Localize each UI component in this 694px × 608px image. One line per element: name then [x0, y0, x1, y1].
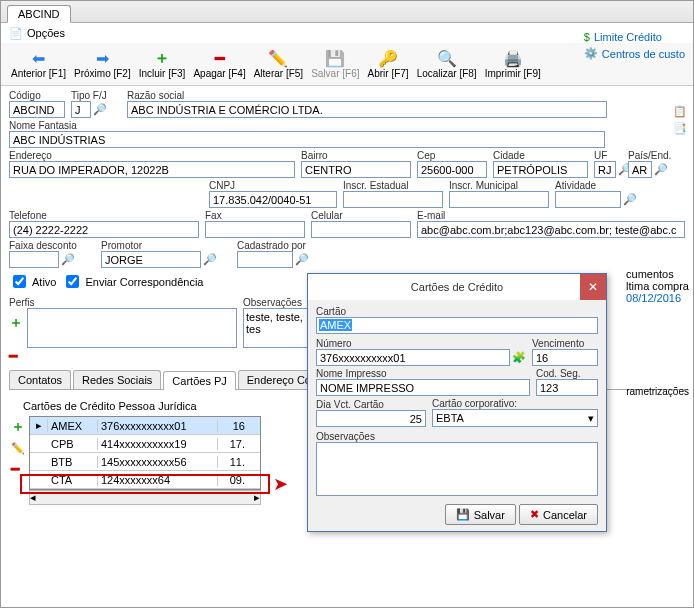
- corp-label: Cartão corporativo:: [432, 398, 598, 409]
- rametrizacoes-label: rametrizações: [626, 386, 689, 397]
- tab-redes[interactable]: Redes Sociais: [73, 370, 161, 389]
- bairro-input[interactable]: [301, 161, 411, 178]
- cards-grid[interactable]: ▸AMEX376xxxxxxxxxx0116 CPB414xxxxxxxxxx1…: [29, 416, 261, 490]
- cep-input[interactable]: [417, 161, 487, 178]
- pais-search-icon[interactable]: 🔎: [654, 163, 668, 176]
- razao-input[interactable]: [127, 101, 607, 118]
- fantasia-label: Nome Fantasia: [9, 120, 605, 131]
- perfil-add-icon[interactable]: ＋: [9, 314, 23, 332]
- next-button[interactable]: ➡Próximo [F2]: [70, 47, 135, 81]
- ultima-compra-value[interactable]: 08/12/2016: [626, 292, 689, 304]
- faixa-search-icon[interactable]: 🔎: [61, 253, 75, 266]
- ultima-compra-label: ltima compra: [626, 280, 689, 292]
- limite-credito-label: Limite Crédito: [594, 31, 662, 43]
- diavct-label: Dia Vct. Cartão: [316, 399, 426, 410]
- codseg-input[interactable]: [536, 379, 598, 396]
- tab-abcind[interactable]: ABCIND: [7, 5, 71, 23]
- email-input[interactable]: [417, 221, 685, 238]
- codigo-input[interactable]: [9, 101, 65, 118]
- floppy-icon: 💾: [326, 49, 344, 67]
- table-row: BTB145xxxxxxxxxx5611.: [30, 453, 260, 471]
- fantasia-input[interactable]: [9, 131, 605, 148]
- add-button[interactable]: ＋Incluir [F3]: [135, 47, 190, 81]
- atividade-input[interactable]: [555, 191, 621, 208]
- grid-edit-icon[interactable]: ✏️: [11, 442, 25, 455]
- floppy-icon: 💾: [456, 508, 470, 521]
- gear-icon: ⚙️: [584, 47, 598, 60]
- grid-scrollbar[interactable]: ◂▸: [29, 490, 261, 505]
- perfil-del-icon[interactable]: ━: [9, 348, 23, 364]
- search-icon: 🔍: [438, 49, 456, 67]
- cumentos-label: cumentos: [626, 268, 689, 280]
- open-button[interactable]: 🔑Abrir [F7]: [364, 47, 413, 81]
- cad-search-icon[interactable]: 🔎: [295, 253, 309, 266]
- table-row: CTA124xxxxxxx6409.: [30, 471, 260, 489]
- grid-add-icon[interactable]: ＋: [11, 418, 25, 436]
- table-row: CPB414xxxxxxxxxx1917.: [30, 435, 260, 453]
- atividade-label: Atividade: [555, 180, 645, 191]
- tab-contatos[interactable]: Contatos: [9, 370, 71, 389]
- save-button: 💾Salvar [F6]: [307, 47, 363, 81]
- pais-label: País/End.: [628, 150, 672, 161]
- prev-button[interactable]: ⬅Anterior [F1]: [7, 47, 70, 81]
- cnpj-input[interactable]: [209, 191, 337, 208]
- perfis-label: Perfis: [9, 297, 237, 308]
- print-button[interactable]: 🖨️Imprimir [F9]: [481, 47, 545, 81]
- arrow-left-icon: ⬅: [30, 49, 48, 67]
- cidade-input[interactable]: [493, 161, 588, 178]
- tipo-input[interactable]: [71, 101, 91, 118]
- telefone-input[interactable]: [9, 221, 199, 238]
- close-icon[interactable]: ✕: [580, 274, 606, 300]
- ie-input[interactable]: [343, 191, 443, 208]
- uf-input[interactable]: [594, 161, 616, 178]
- im-label: Inscr. Municipal: [449, 180, 549, 191]
- promotor-input[interactable]: [101, 251, 201, 268]
- ativo-checkbox[interactable]: Ativo: [9, 272, 56, 291]
- faixa-label: Faixa desconto: [9, 240, 95, 251]
- corp-select[interactable]: EBTA▾: [432, 409, 598, 427]
- promotor-label: Promotor: [101, 240, 231, 251]
- enviar-checkbox[interactable]: Enviar Correspondência: [62, 272, 203, 291]
- modal-cancel-button[interactable]: ✖Cancelar: [519, 504, 598, 525]
- fax-input[interactable]: [205, 221, 305, 238]
- ativ-search-icon[interactable]: 🔎: [623, 193, 637, 206]
- modal-save-button[interactable]: 💾Salvar: [445, 504, 516, 525]
- edit-button[interactable]: ✏️Alterar [F5]: [250, 47, 307, 81]
- numero-input[interactable]: [316, 349, 510, 366]
- find-button[interactable]: 🔍Localizar [F8]: [413, 47, 481, 81]
- grid-del-icon[interactable]: ━: [11, 461, 25, 477]
- modal-title: Cartões de Crédito ✕: [308, 274, 606, 300]
- telefone-label: Telefone: [9, 210, 199, 221]
- ativo-label: Ativo: [32, 276, 56, 288]
- card-search-icon[interactable]: 🧩: [512, 351, 526, 364]
- nomeimp-input[interactable]: [316, 379, 530, 396]
- menu-options[interactable]: Opções: [27, 27, 65, 39]
- celular-label: Celular: [311, 210, 411, 221]
- chevron-down-icon: ▾: [588, 412, 594, 425]
- endereco-label: Endereço: [9, 150, 295, 161]
- im-input[interactable]: [449, 191, 549, 208]
- codseg-label: Cod. Seg.: [536, 368, 598, 379]
- pais-input[interactable]: [628, 161, 652, 178]
- minus-icon: ━: [211, 49, 229, 67]
- venc-input[interactable]: [532, 349, 598, 366]
- tab-cartoes-pj[interactable]: Cartões PJ: [163, 371, 235, 390]
- centros-custo-link[interactable]: ⚙️Centros de custo: [584, 47, 685, 60]
- cartao-input[interactable]: AMEX: [316, 317, 598, 334]
- celular-input[interactable]: [311, 221, 411, 238]
- limite-credito-link[interactable]: $Limite Crédito: [584, 31, 662, 43]
- cadastrado-label: Cadastrado por: [237, 240, 327, 251]
- endereco-input[interactable]: [9, 161, 295, 178]
- cadastrado-input[interactable]: [237, 251, 293, 268]
- faixa-input[interactable]: [9, 251, 59, 268]
- perfis-list[interactable]: [27, 308, 237, 348]
- uf-label: UF: [594, 150, 622, 161]
- credit-card-modal: Cartões de Crédito ✕ Cartão AMEX Número …: [307, 273, 607, 532]
- modal-obs-input[interactable]: [316, 442, 598, 496]
- delete-button[interactable]: ━Apagar [F4]: [189, 47, 249, 81]
- diavct-input[interactable]: [316, 410, 426, 427]
- promotor-search-icon[interactable]: 🔎: [203, 253, 217, 266]
- centros-custo-label: Centros de custo: [602, 48, 685, 60]
- search-mini-icon[interactable]: 🔎: [93, 103, 107, 116]
- table-row: ▸AMEX376xxxxxxxxxx0116: [30, 417, 260, 435]
